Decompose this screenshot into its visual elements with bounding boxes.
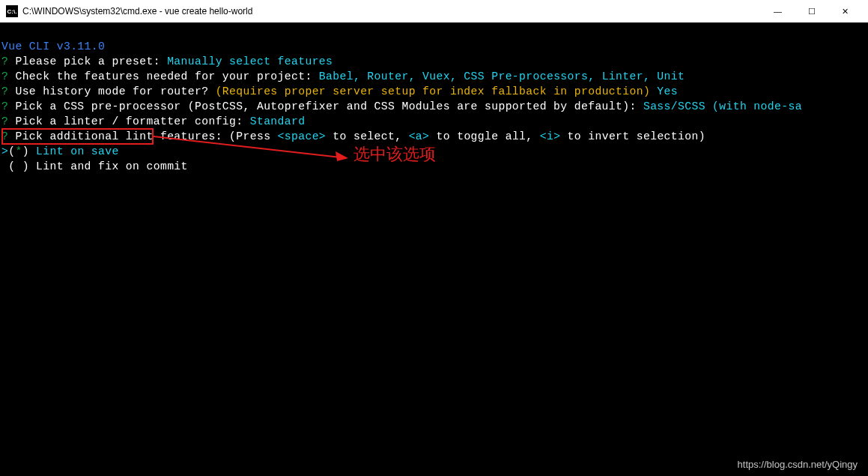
css-question: Pick a CSS pre-processor (PostCSS, Autop… [15, 100, 636, 112]
maximize-button[interactable]: ☐ [795, 0, 828, 22]
linter-answer: Standard [250, 115, 306, 127]
lint-mid2: to toggle all, [429, 130, 539, 142]
highlight-box [1, 128, 154, 145]
history-question: Use history mode for router? [15, 85, 208, 97]
linter-question: Pick a linter / formatter config: [15, 115, 243, 127]
features-answer: Babel, Router, Vuex, CSS Pre-processors,… [319, 70, 685, 82]
features-question: Check the features needed for your proje… [15, 70, 312, 82]
question-mark: ? [1, 70, 8, 82]
unselected-marker [15, 160, 22, 172]
a-key: <a> [409, 130, 430, 142]
close-button[interactable]: ✕ [828, 0, 862, 22]
option-paren-close: ) [22, 160, 36, 172]
svg-marker-1 [336, 151, 348, 161]
cli-version: Vue CLI v3.11.0 [1, 40, 105, 52]
cmd-icon: C:\. [6, 5, 18, 17]
svg-line-0 [154, 136, 341, 157]
preset-answer: Manually select features [167, 55, 333, 67]
lint-mid3: to invert selection) [560, 130, 705, 142]
option-paren-close: ) [22, 145, 36, 157]
question-mark: ? [1, 85, 8, 97]
i-key: <i> [540, 130, 561, 142]
lint-on-save-option[interactable]: Lint on save [36, 145, 119, 157]
question-mark: ? [1, 115, 8, 127]
minimize-button[interactable]: — [761, 0, 795, 22]
window-titlebar: C:\. C:\WINDOWS\system32\cmd.exe - vue c… [0, 0, 868, 22]
preset-question: Please pick a preset: [15, 55, 160, 67]
history-note: (Requires proper server setup for index … [216, 85, 650, 97]
css-answer: Sass/SCSS (with node-sa [643, 100, 802, 112]
annotation-label: 选中该选项 [353, 143, 436, 166]
annotation-arrow [154, 135, 356, 169]
question-mark: ? [1, 55, 8, 67]
question-mark: ? [1, 100, 8, 112]
watermark: https://blog.csdn.net/yQingy [738, 459, 858, 470]
window-title: C:\WINDOWS\system32\cmd.exe - vue create… [22, 6, 761, 16]
window-controls: — ☐ ✕ [761, 0, 862, 22]
selected-marker: * [15, 145, 22, 157]
history-answer: Yes [657, 85, 678, 97]
chevron-icon: > [1, 145, 8, 157]
